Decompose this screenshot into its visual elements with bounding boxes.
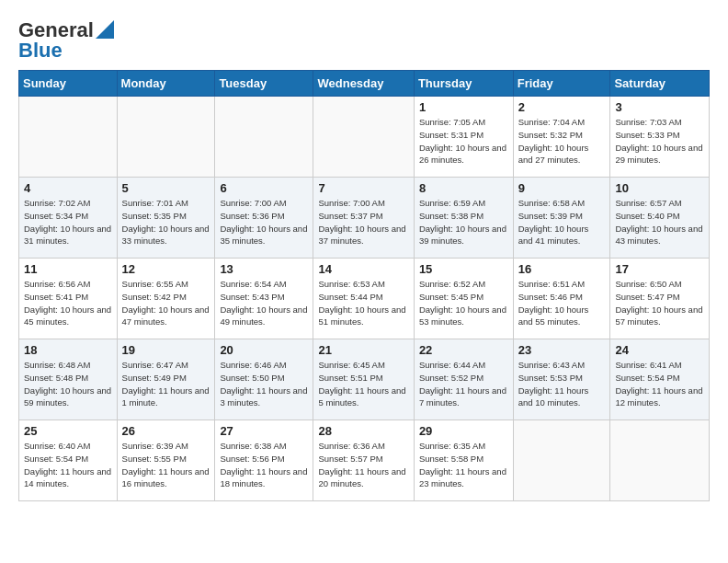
- day-info: Sunrise: 6:48 AM Sunset: 5:48 PM Dayligh…: [24, 359, 112, 409]
- calendar-cell: 19Sunrise: 6:47 AM Sunset: 5:49 PM Dayli…: [117, 339, 215, 420]
- day-number: 4: [24, 181, 112, 195]
- day-number: 16: [518, 262, 606, 276]
- calendar-cell: 24Sunrise: 6:41 AM Sunset: 5:54 PM Dayli…: [610, 339, 710, 420]
- week-row-5: 25Sunrise: 6:40 AM Sunset: 5:54 PM Dayli…: [19, 420, 710, 501]
- day-info: Sunrise: 6:45 AM Sunset: 5:51 PM Dayligh…: [318, 359, 408, 409]
- calendar-cell: 12Sunrise: 6:55 AM Sunset: 5:42 PM Dayli…: [117, 259, 215, 339]
- calendar-cell: [610, 420, 710, 501]
- weekday-header-thursday: Thursday: [414, 71, 513, 97]
- day-info: Sunrise: 6:50 AM Sunset: 5:47 PM Dayligh…: [615, 278, 704, 328]
- day-number: 26: [122, 424, 210, 438]
- day-number: 14: [318, 262, 408, 276]
- calendar-cell: 27Sunrise: 6:38 AM Sunset: 5:56 PM Dayli…: [215, 420, 313, 501]
- calendar-cell: 2Sunrise: 7:04 AM Sunset: 5:32 PM Daylig…: [513, 97, 610, 178]
- calendar-cell: 7Sunrise: 7:00 AM Sunset: 5:37 PM Daylig…: [313, 178, 414, 259]
- day-number: 5: [122, 181, 210, 195]
- day-info: Sunrise: 7:00 AM Sunset: 5:36 PM Dayligh…: [220, 197, 308, 247]
- calendar-cell: 5Sunrise: 7:01 AM Sunset: 5:35 PM Daylig…: [117, 178, 215, 259]
- svg-marker-0: [96, 20, 114, 39]
- calendar-cell: 3Sunrise: 7:03 AM Sunset: 5:33 PM Daylig…: [610, 97, 710, 178]
- calendar-cell: 17Sunrise: 6:50 AM Sunset: 5:47 PM Dayli…: [610, 259, 710, 339]
- calendar-cell: 10Sunrise: 6:57 AM Sunset: 5:40 PM Dayli…: [610, 178, 710, 259]
- day-number: 11: [24, 262, 112, 276]
- day-info: Sunrise: 6:35 AM Sunset: 5:58 PM Dayligh…: [419, 440, 508, 490]
- day-info: Sunrise: 6:56 AM Sunset: 5:41 PM Dayligh…: [24, 278, 112, 328]
- day-number: 1: [419, 100, 508, 114]
- weekday-header-wednesday: Wednesday: [313, 71, 414, 97]
- weekday-header-friday: Friday: [513, 71, 610, 97]
- calendar-cell: 9Sunrise: 6:58 AM Sunset: 5:39 PM Daylig…: [513, 178, 610, 259]
- calendar-cell: [313, 97, 414, 178]
- day-number: 18: [24, 343, 112, 357]
- day-number: 15: [419, 262, 508, 276]
- day-number: 27: [220, 424, 308, 438]
- weekday-header-tuesday: Tuesday: [215, 71, 313, 97]
- calendar-table: SundayMondayTuesdayWednesdayThursdayFrid…: [18, 70, 710, 501]
- day-number: 13: [220, 262, 308, 276]
- day-number: 28: [318, 424, 408, 438]
- day-info: Sunrise: 7:05 AM Sunset: 5:31 PM Dayligh…: [419, 116, 508, 167]
- logo-blue: Blue: [18, 39, 63, 63]
- calendar-cell: 8Sunrise: 6:59 AM Sunset: 5:38 PM Daylig…: [414, 178, 513, 259]
- day-info: Sunrise: 7:02 AM Sunset: 5:34 PM Dayligh…: [24, 197, 112, 247]
- day-info: Sunrise: 7:03 AM Sunset: 5:33 PM Dayligh…: [615, 116, 704, 167]
- calendar-cell: 23Sunrise: 6:43 AM Sunset: 5:53 PM Dayli…: [513, 339, 610, 420]
- day-number: 22: [419, 343, 508, 357]
- calendar-cell: 22Sunrise: 6:44 AM Sunset: 5:52 PM Dayli…: [414, 339, 513, 420]
- day-info: Sunrise: 7:00 AM Sunset: 5:37 PM Dayligh…: [318, 197, 408, 247]
- calendar-cell: 15Sunrise: 6:52 AM Sunset: 5:45 PM Dayli…: [414, 259, 513, 339]
- day-number: 6: [220, 181, 308, 195]
- day-info: Sunrise: 6:58 AM Sunset: 5:39 PM Dayligh…: [518, 197, 606, 247]
- calendar-cell: 20Sunrise: 6:46 AM Sunset: 5:50 PM Dayli…: [215, 339, 313, 420]
- day-number: 23: [518, 343, 606, 357]
- day-number: 21: [318, 343, 408, 357]
- day-info: Sunrise: 6:54 AM Sunset: 5:43 PM Dayligh…: [220, 278, 308, 328]
- day-info: Sunrise: 6:38 AM Sunset: 5:56 PM Dayligh…: [220, 440, 308, 490]
- day-number: 9: [518, 181, 606, 195]
- calendar-cell: [215, 97, 313, 178]
- logo-icon: [96, 20, 114, 39]
- day-info: Sunrise: 7:01 AM Sunset: 5:35 PM Dayligh…: [122, 197, 210, 247]
- weekday-header-monday: Monday: [117, 71, 215, 97]
- day-info: Sunrise: 6:36 AM Sunset: 5:57 PM Dayligh…: [318, 440, 408, 490]
- day-number: 3: [615, 100, 704, 114]
- calendar-cell: 4Sunrise: 7:02 AM Sunset: 5:34 PM Daylig…: [19, 178, 118, 259]
- calendar-cell: 1Sunrise: 7:05 AM Sunset: 5:31 PM Daylig…: [414, 97, 513, 178]
- calendar-cell: 28Sunrise: 6:36 AM Sunset: 5:57 PM Dayli…: [313, 420, 414, 501]
- calendar-cell: 14Sunrise: 6:53 AM Sunset: 5:44 PM Dayli…: [313, 259, 414, 339]
- day-number: 25: [24, 424, 112, 438]
- calendar-cell: 29Sunrise: 6:35 AM Sunset: 5:58 PM Dayli…: [414, 420, 513, 501]
- calendar-cell: 25Sunrise: 6:40 AM Sunset: 5:54 PM Dayli…: [19, 420, 118, 501]
- day-info: Sunrise: 6:52 AM Sunset: 5:45 PM Dayligh…: [419, 278, 508, 328]
- day-number: 12: [122, 262, 210, 276]
- calendar-cell: [19, 97, 118, 178]
- day-info: Sunrise: 6:53 AM Sunset: 5:44 PM Dayligh…: [318, 278, 408, 328]
- day-info: Sunrise: 6:44 AM Sunset: 5:52 PM Dayligh…: [419, 359, 508, 409]
- day-number: 24: [615, 343, 704, 357]
- calendar-cell: 13Sunrise: 6:54 AM Sunset: 5:43 PM Dayli…: [215, 259, 313, 339]
- day-info: Sunrise: 6:39 AM Sunset: 5:55 PM Dayligh…: [122, 440, 210, 490]
- day-info: Sunrise: 6:59 AM Sunset: 5:38 PM Dayligh…: [419, 197, 508, 247]
- weekday-header-sunday: Sunday: [19, 71, 118, 97]
- logo: General Blue: [18, 18, 114, 63]
- day-info: Sunrise: 7:04 AM Sunset: 5:32 PM Dayligh…: [518, 116, 606, 167]
- day-number: 7: [318, 181, 408, 195]
- week-row-3: 11Sunrise: 6:56 AM Sunset: 5:41 PM Dayli…: [19, 259, 710, 339]
- calendar-cell: 16Sunrise: 6:51 AM Sunset: 5:46 PM Dayli…: [513, 259, 610, 339]
- day-number: 29: [419, 424, 508, 438]
- day-number: 19: [122, 343, 210, 357]
- calendar-cell: 18Sunrise: 6:48 AM Sunset: 5:48 PM Dayli…: [19, 339, 118, 420]
- weekday-header-saturday: Saturday: [610, 71, 710, 97]
- day-number: 10: [615, 181, 704, 195]
- day-number: 2: [518, 100, 606, 114]
- week-row-2: 4Sunrise: 7:02 AM Sunset: 5:34 PM Daylig…: [19, 178, 710, 259]
- day-info: Sunrise: 6:46 AM Sunset: 5:50 PM Dayligh…: [220, 359, 308, 409]
- week-row-1: 1Sunrise: 7:05 AM Sunset: 5:31 PM Daylig…: [19, 97, 710, 178]
- page-header: General Blue: [18, 15, 710, 63]
- day-info: Sunrise: 6:40 AM Sunset: 5:54 PM Dayligh…: [24, 440, 112, 490]
- day-number: 8: [419, 181, 508, 195]
- calendar-cell: 26Sunrise: 6:39 AM Sunset: 5:55 PM Dayli…: [117, 420, 215, 501]
- calendar-cell: 11Sunrise: 6:56 AM Sunset: 5:41 PM Dayli…: [19, 259, 118, 339]
- calendar-cell: 6Sunrise: 7:00 AM Sunset: 5:36 PM Daylig…: [215, 178, 313, 259]
- week-row-4: 18Sunrise: 6:48 AM Sunset: 5:48 PM Dayli…: [19, 339, 710, 420]
